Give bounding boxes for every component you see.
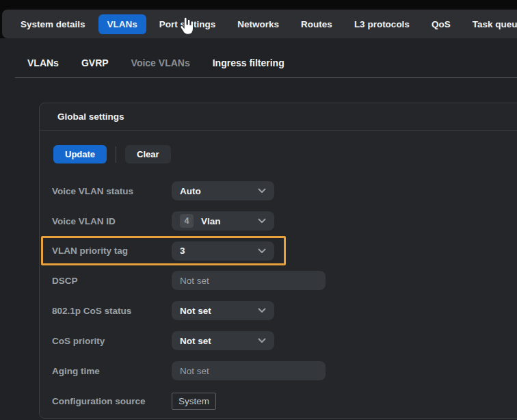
vlan-priority-tag-label: VLAN priority tag bbox=[52, 246, 172, 256]
row-vlan-priority-tag-highlighted: VLAN priority tag 3 bbox=[41, 236, 286, 265]
nav-tab-l3-protocols[interactable]: L3 protocols bbox=[345, 14, 419, 34]
row-8021p-cos-status: 802.1p CoS status Not set bbox=[52, 296, 517, 326]
chevron-down-icon bbox=[258, 188, 266, 194]
chevron-down-icon bbox=[258, 308, 266, 313]
global-settings-panel: Global settings Update Clear Voice VLAN … bbox=[39, 103, 517, 419]
nav-tab-routes[interactable]: Routes bbox=[292, 14, 341, 34]
subtab-voice-vlans[interactable]: Voice VLANs bbox=[131, 57, 190, 68]
configuration-source-label: Configuration source bbox=[52, 396, 172, 406]
row-aging-time: Aging time bbox=[52, 356, 517, 386]
cos-priority-dropdown[interactable]: Not set bbox=[172, 331, 274, 350]
row-dscp: DSCP bbox=[52, 265, 517, 296]
nav-tab-port-settings[interactable]: Port settings bbox=[150, 14, 225, 34]
nav-tab-vlans[interactable]: VLANs bbox=[98, 14, 146, 34]
subtabs-divider bbox=[15, 77, 517, 78]
cos-priority-label: CoS priority bbox=[52, 336, 172, 346]
voice-vlan-id-value: Vlan bbox=[201, 216, 221, 226]
subtab-gvrp[interactable]: GVRP bbox=[81, 57, 109, 68]
voice-vlan-id-label: Voice VLAN ID bbox=[52, 216, 172, 226]
dscp-label: DSCP bbox=[52, 276, 172, 286]
panel-title: Global settings bbox=[57, 111, 124, 122]
subtab-vlans[interactable]: VLANs bbox=[27, 57, 59, 68]
voice-vlan-id-dropdown[interactable]: 4 Vlan bbox=[172, 211, 274, 231]
row-voice-vlan-status: Voice VLAN status Auto bbox=[52, 176, 517, 206]
voice-vlan-status-label: Voice VLAN status bbox=[52, 186, 172, 196]
subtab-ingress-filtering[interactable]: Ingress filtering bbox=[213, 57, 284, 68]
settings-form: Voice VLAN status Auto Voice VLAN ID 4 V… bbox=[40, 176, 517, 416]
aging-time-input[interactable] bbox=[172, 361, 326, 380]
nav-tab-system-details[interactable]: System details bbox=[12, 14, 94, 34]
vlan-subtabs: VLANs GVRP Voice VLANs Ingress filtering bbox=[27, 57, 284, 68]
button-divider bbox=[116, 146, 116, 163]
action-buttons: Update Clear bbox=[53, 145, 517, 163]
aging-time-label: Aging time bbox=[52, 366, 172, 376]
panel-header: Global settings bbox=[40, 103, 517, 131]
chevron-down-icon bbox=[258, 218, 266, 224]
cos-status-label: 802.1p CoS status bbox=[52, 306, 172, 316]
vlan-id-badge: 4 bbox=[180, 214, 194, 228]
chevron-down-icon bbox=[258, 248, 266, 254]
vlan-priority-tag-value: 3 bbox=[180, 246, 185, 256]
cos-status-value: Not set bbox=[180, 306, 211, 316]
row-configuration-source: Configuration source System bbox=[52, 386, 517, 416]
chevron-down-icon bbox=[258, 338, 266, 343]
cos-status-dropdown[interactable]: Not set bbox=[172, 301, 274, 320]
nav-tab-networks[interactable]: Networks bbox=[228, 14, 288, 34]
row-cos-priority: CoS priority Not set bbox=[52, 326, 517, 356]
clear-button[interactable]: Clear bbox=[125, 145, 171, 163]
cos-priority-value: Not set bbox=[180, 336, 211, 346]
top-navbar: System details VLANs Port settings Netwo… bbox=[2, 10, 517, 38]
nav-tab-task-queue[interactable]: Task queue bbox=[464, 14, 517, 34]
voice-vlan-status-dropdown[interactable]: Auto bbox=[172, 181, 274, 200]
vlan-priority-tag-dropdown[interactable]: 3 bbox=[172, 241, 274, 261]
configuration-source-chip: System bbox=[172, 393, 216, 410]
nav-tab-qos[interactable]: QoS bbox=[423, 14, 460, 34]
dscp-input[interactable] bbox=[172, 271, 326, 290]
voice-vlan-status-value: Auto bbox=[180, 186, 201, 196]
update-button[interactable]: Update bbox=[53, 145, 107, 163]
row-voice-vlan-id: Voice VLAN ID 4 Vlan bbox=[52, 206, 517, 236]
app-window: System details VLANs Port settings Netwo… bbox=[0, 0, 517, 420]
